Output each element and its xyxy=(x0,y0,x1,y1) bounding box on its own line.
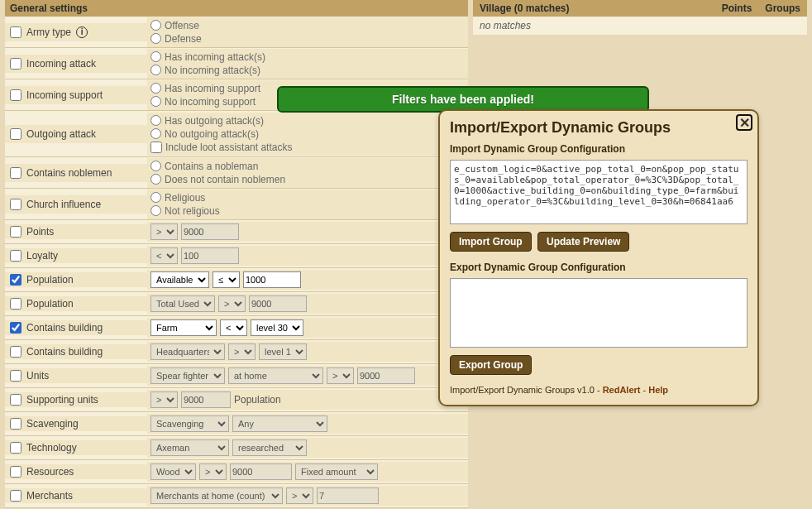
has-outgoing-attack-radio[interactable] xyxy=(150,115,161,126)
technology-checkbox[interactable] xyxy=(10,442,21,454)
loyalty-label: Loyalty xyxy=(26,250,58,262)
update-preview-button[interactable]: Update Preview xyxy=(537,232,629,252)
unit-op-select[interactable]: > xyxy=(327,367,354,384)
population-value-input[interactable] xyxy=(243,271,301,288)
building-level-select[interactable]: level 30 xyxy=(251,319,303,336)
population-status-select[interactable]: Available xyxy=(150,271,209,288)
modal-footer: Import/Export Dynamic Groups v1.0 - RedA… xyxy=(450,385,748,395)
scavenging-checkbox[interactable] xyxy=(10,418,21,430)
points-value-input[interactable] xyxy=(181,223,239,240)
army-offense-radio[interactable] xyxy=(150,20,161,31)
religious-radio[interactable] xyxy=(150,192,161,203)
has-incoming-attack-radio[interactable] xyxy=(150,51,161,62)
radio-label: Does not contain noblemen xyxy=(165,174,285,185)
contains-nobleman-radio[interactable] xyxy=(150,161,161,171)
building2-op-select[interactable]: > xyxy=(228,343,256,360)
army-defense-radio[interactable] xyxy=(150,33,161,44)
merchants-label: Merchants xyxy=(26,490,73,502)
loyalty-value-input[interactable] xyxy=(181,247,239,264)
radio-label: Offense xyxy=(165,20,199,31)
not-religious-radio[interactable] xyxy=(150,205,161,216)
army-type-checkbox[interactable] xyxy=(10,26,21,38)
help-link[interactable]: Help xyxy=(648,385,668,395)
export-textarea[interactable] xyxy=(450,278,748,348)
supporting-checkbox[interactable] xyxy=(10,394,21,406)
resources-mode-select[interactable]: Fixed amount xyxy=(295,463,378,480)
scavenging-type-select[interactable]: Scavenging xyxy=(150,415,229,432)
resources-checkbox[interactable] xyxy=(10,466,21,478)
radio-label: No outgoing attack(s) xyxy=(165,128,259,140)
scavenging-label: Scavenging xyxy=(26,418,79,430)
has-incoming-support-radio[interactable] xyxy=(150,83,161,94)
supporting-suffix: Population xyxy=(234,394,281,406)
unit-where-select[interactable]: at home xyxy=(228,367,323,384)
no-noblemen-radio[interactable] xyxy=(150,174,161,185)
points-op-select[interactable]: > xyxy=(150,223,178,240)
points-column-header: Points xyxy=(715,0,759,17)
no-outgoing-attack-radio[interactable] xyxy=(150,128,161,139)
population2-status-select[interactable]: Total Used xyxy=(150,295,215,312)
building2-level-select[interactable]: level 1 xyxy=(259,343,307,360)
village-column-header: Village (0 matches) xyxy=(473,0,715,17)
population2-checkbox[interactable] xyxy=(10,298,21,310)
close-icon[interactable]: ✕ xyxy=(736,114,752,131)
resources-op-select[interactable]: > xyxy=(199,463,227,480)
import-textarea[interactable]: e_custom_logic=0&active_pop_total_0=on&p… xyxy=(450,160,748,224)
population2-label: Population xyxy=(26,298,74,310)
no-incoming-support-radio[interactable] xyxy=(150,96,161,107)
incoming-support-label: Incoming support xyxy=(26,89,103,101)
radio-label: Defense xyxy=(165,33,202,45)
loyalty-checkbox[interactable] xyxy=(10,250,21,262)
building2-type-select[interactable]: Headquarters xyxy=(150,343,225,360)
scavenging-any-select[interactable]: Any xyxy=(232,415,327,432)
export-group-button[interactable]: Export Group xyxy=(450,355,532,375)
general-settings-header: General settings xyxy=(5,0,468,17)
incoming-attack-label: Incoming attack xyxy=(26,58,96,70)
no-incoming-attack-radio[interactable] xyxy=(150,65,161,75)
building-checkbox[interactable] xyxy=(10,322,21,334)
resources-label: Resources xyxy=(26,466,74,478)
incoming-attack-checkbox[interactable] xyxy=(10,58,21,70)
technology-status-select[interactable]: researched xyxy=(232,439,307,456)
loyalty-op-select[interactable]: < xyxy=(150,247,178,264)
population2-op-select[interactable]: > xyxy=(218,295,246,312)
unit-value-input[interactable] xyxy=(357,367,415,384)
merchants-op-select[interactable]: > xyxy=(286,487,313,504)
army-type-label: Army type xyxy=(26,26,71,38)
resources-value-input[interactable] xyxy=(230,463,292,480)
supporting-op-select[interactable]: > xyxy=(150,391,178,408)
population2-value-input[interactable] xyxy=(249,295,307,312)
radio-label: Has outgoing attack(s) xyxy=(165,115,264,127)
building-op-select[interactable]: < xyxy=(220,319,247,336)
church-influence-checkbox[interactable] xyxy=(10,199,21,210)
import-group-button[interactable]: Import Group xyxy=(450,232,532,252)
contains-noblemen-checkbox[interactable] xyxy=(10,167,21,179)
unit-type-select[interactable]: Spear fighter xyxy=(150,367,225,384)
merchants-type-select[interactable]: Merchants at home (count) xyxy=(150,487,283,504)
building-type-select[interactable]: Farm xyxy=(150,319,217,336)
points-checkbox[interactable] xyxy=(10,226,21,238)
supporting-value-input[interactable] xyxy=(181,391,231,408)
author-link[interactable]: RedAlert xyxy=(603,385,641,395)
building-label: Contains building xyxy=(26,322,103,334)
population-checkbox[interactable] xyxy=(10,274,21,286)
technology-type-select[interactable]: Axeman xyxy=(150,439,229,456)
merchants-value-input[interactable] xyxy=(317,487,379,504)
import-heading: Import Dynamic Group Configuration xyxy=(450,143,748,155)
include-loot-checkbox[interactable] xyxy=(150,142,162,153)
units-label: Units xyxy=(26,370,49,382)
modal-title: Import/Export Dynamic Groups xyxy=(450,119,748,137)
radio-label: Not religious xyxy=(165,205,220,217)
building2-checkbox[interactable] xyxy=(10,346,21,358)
units-checkbox[interactable] xyxy=(10,370,21,382)
import-export-modal: ✕ Import/Export Dynamic Groups Import Dy… xyxy=(438,109,759,406)
population-label: Population xyxy=(26,274,74,286)
info-icon[interactable]: i xyxy=(76,26,88,38)
merchants-checkbox[interactable] xyxy=(10,490,21,502)
points-label: Points xyxy=(26,226,54,238)
export-heading: Export Dynamic Group Configuration xyxy=(450,262,748,273)
incoming-support-checkbox[interactable] xyxy=(10,89,21,101)
outgoing-attack-checkbox[interactable] xyxy=(10,128,21,140)
population-op-select[interactable]: ≤ xyxy=(213,271,240,288)
resources-type-select[interactable]: Wood xyxy=(150,463,196,480)
